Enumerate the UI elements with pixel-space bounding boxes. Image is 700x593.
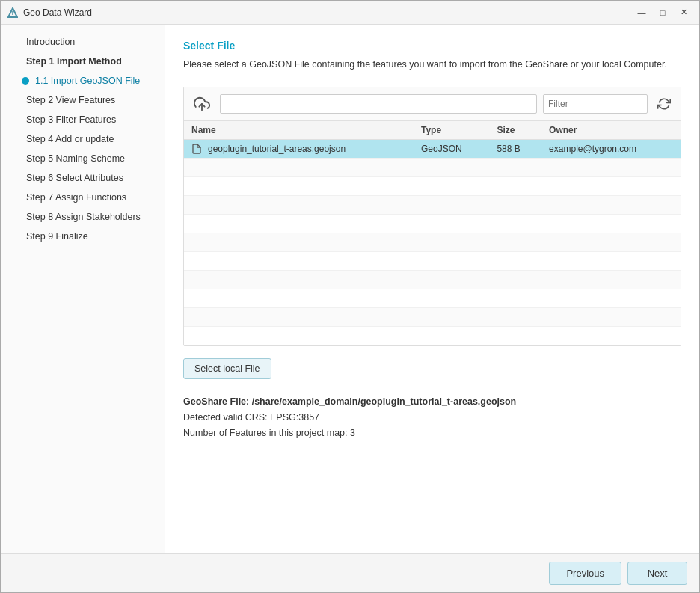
refresh-button[interactable] <box>654 93 675 114</box>
col-header-owner: Owner <box>541 121 681 140</box>
col-header-type: Type <box>414 121 489 140</box>
close-button[interactable]: ✕ <box>674 5 693 20</box>
empty-cell <box>184 307 681 326</box>
upload-icon[interactable] <box>190 92 214 116</box>
sidebar-label-step2: Step 2 View Features <box>26 95 115 105</box>
main-window: Geo Data Wizard — □ ✕ Introduction Step … <box>0 0 700 593</box>
file-name-cell: geoplugin_tutorial_t-areas.geojson <box>184 139 414 158</box>
sidebar-label-step8: Step 8 Assign Stakeholders <box>26 212 141 222</box>
geoshare-path-label: GeoShare File: /share/example_domain/geo… <box>183 394 681 410</box>
window-title: Geo Data Wizard <box>23 7 632 18</box>
next-button[interactable]: Next <box>627 562 687 585</box>
sidebar-item-step5[interactable]: Step 5 Naming Scheme <box>1 149 165 168</box>
bottom-bar: Previous Next <box>1 553 699 592</box>
features-count-label: Number of Features in this project map: … <box>183 425 681 441</box>
file-size: 588 B <box>489 139 541 158</box>
sidebar-label-step1: Step 1 Import Method <box>26 56 122 67</box>
file-type: GeoJSON <box>414 139 489 158</box>
empty-cell <box>184 251 681 270</box>
section-description: Please select a GeoJSON File containing … <box>183 58 681 72</box>
section-title: Select File <box>183 40 681 52</box>
file-name: geoplugin_tutorial_t-areas.geojson <box>208 144 346 154</box>
empty-cell <box>184 233 681 251</box>
file-browser: Name Type Size Owner <box>183 87 681 346</box>
file-icon <box>191 144 205 154</box>
sidebar-item-step7[interactable]: Step 7 Assign Functions <box>1 188 165 207</box>
crs-info-label: Detected valid CRS: EPSG:3857 <box>183 410 681 425</box>
empty-row <box>184 326 681 345</box>
sidebar-label-step4: Step 4 Add or update <box>26 134 114 144</box>
col-header-size: Size <box>489 121 541 140</box>
title-bar: Geo Data Wizard — □ ✕ <box>1 1 699 25</box>
window-controls: — □ ✕ <box>632 5 693 20</box>
sidebar-label-step7: Step 7 Assign Functions <box>26 192 126 203</box>
empty-row <box>184 176 681 195</box>
sidebar: Introduction Step 1 Import Method 1.1 Im… <box>1 25 165 553</box>
empty-cell <box>184 176 681 195</box>
sidebar-label-step3: Step 3 Filter Features <box>26 114 116 125</box>
sidebar-item-step2[interactable]: Step 2 View Features <box>1 90 165 110</box>
sidebar-item-step9[interactable]: Step 9 Finalize <box>1 227 165 246</box>
main-panel: Select File Please select a GeoJSON File… <box>165 25 699 553</box>
empty-row <box>184 214 681 233</box>
empty-row <box>184 307 681 326</box>
empty-row <box>184 233 681 251</box>
select-local-file-button[interactable]: Select local File <box>183 358 271 379</box>
table-row[interactable]: geoplugin_tutorial_t-areas.geojson GeoJS… <box>184 139 681 158</box>
path-input[interactable] <box>220 94 537 114</box>
col-header-name: Name <box>184 121 414 140</box>
empty-row <box>184 289 681 307</box>
sidebar-item-step3[interactable]: Step 3 Filter Features <box>1 110 165 129</box>
empty-cell <box>184 289 681 307</box>
sidebar-label-introduction: Introduction <box>26 37 75 47</box>
file-owner: example@tygron.com <box>541 139 681 158</box>
empty-cell <box>184 158 681 176</box>
empty-row <box>184 158 681 176</box>
maximize-button[interactable]: □ <box>653 5 672 20</box>
minimize-button[interactable]: — <box>632 5 651 20</box>
sidebar-item-step6[interactable]: Step 6 Select Attributes <box>1 168 165 188</box>
sidebar-label-step5: Step 5 Naming Scheme <box>26 153 125 164</box>
table-header-row: Name Type Size Owner <box>184 121 681 140</box>
file-table: Name Type Size Owner <box>184 121 681 345</box>
sidebar-item-step8[interactable]: Step 8 Assign Stakeholders <box>1 207 165 227</box>
empty-row <box>184 195 681 214</box>
empty-cell <box>184 195 681 214</box>
sidebar-item-step1-1[interactable]: 1.1 Import GeoJSON File <box>1 71 165 90</box>
sidebar-item-introduction[interactable]: Introduction <box>1 32 165 52</box>
info-section: GeoShare File: /share/example_domain/geo… <box>183 394 681 442</box>
empty-row <box>184 251 681 270</box>
app-icon <box>7 7 19 19</box>
sidebar-label-step1-1: 1.1 Import GeoJSON File <box>35 76 140 86</box>
geoshare-filename: GeoShare File: /share/example_domain/geo… <box>183 396 516 407</box>
empty-cell <box>184 326 681 345</box>
content-area: Introduction Step 1 Import Method 1.1 Im… <box>1 25 699 553</box>
sidebar-item-step4[interactable]: Step 4 Add or update <box>1 129 165 149</box>
empty-cell <box>184 214 681 233</box>
active-indicator-dot <box>22 77 29 85</box>
sidebar-label-step6: Step 6 Select Attributes <box>26 173 123 183</box>
file-browser-toolbar <box>184 87 681 121</box>
empty-cell <box>184 270 681 289</box>
sidebar-label-step9: Step 9 Finalize <box>26 231 88 242</box>
previous-button[interactable]: Previous <box>549 562 621 585</box>
sidebar-item-step1[interactable]: Step 1 Import Method <box>1 52 165 71</box>
empty-row <box>184 270 681 289</box>
filter-input[interactable] <box>543 94 648 114</box>
